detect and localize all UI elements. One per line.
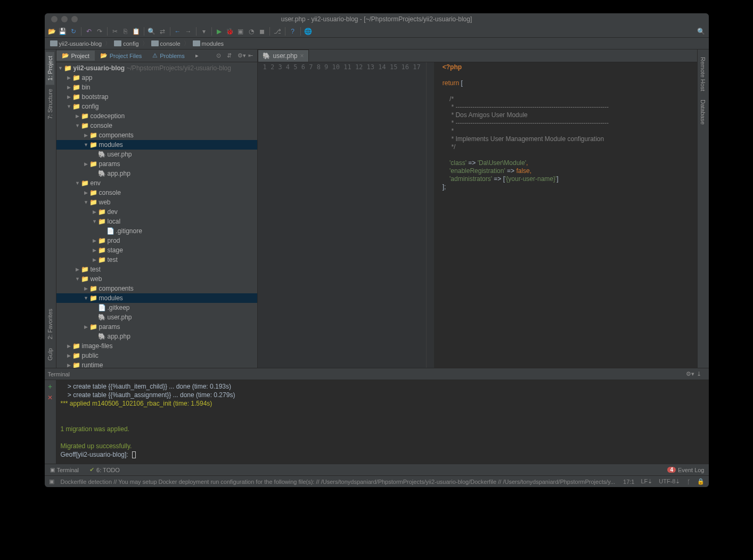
sync-icon[interactable]: ↻	[69, 27, 78, 36]
collapse-icon[interactable]: ⇵	[227, 52, 234, 60]
breadcrumb-config[interactable]: config	[112, 40, 141, 47]
terminal-tab[interactable]: ▣Terminal	[45, 466, 85, 474]
status-encoding[interactable]: UTF-8⇣	[659, 478, 680, 485]
event-log[interactable]: 4Event Log	[663, 466, 708, 474]
rail-favorites[interactable]: 2: Favorites	[46, 304, 54, 343]
traffic-lights	[45, 16, 78, 22]
status-message: Dockerfile detection // You may setup Do…	[61, 479, 617, 485]
config-dropdown[interactable]: ▾	[200, 27, 208, 36]
code-editor[interactable]: 1 2 3 4 5 6 7 8 9 10 11 12 13 14 15 16 1…	[258, 62, 697, 368]
left-rail: 1: Project 7: Structure 2: Favorites Gul…	[45, 50, 56, 368]
status-lock-icon[interactable]: 🔒	[697, 478, 705, 485]
cursor	[132, 451, 136, 458]
problems-tab[interactable]: ⚠ Problems	[147, 51, 190, 61]
main-area: 1: Project 7: Structure 2: Favorites Gul…	[45, 50, 709, 368]
maximize-button[interactable]	[71, 16, 78, 22]
undo-icon[interactable]: ↶	[85, 27, 93, 36]
gear-icon[interactable]: ⚙▾	[686, 370, 693, 378]
vcs-icon[interactable]: ⎇	[273, 27, 282, 36]
hide-terminal-icon[interactable]: ⤓	[697, 370, 704, 378]
editor-area: 🐘 user.php × 1 2 3 4 5 6 7 8 9 10 11 12 …	[258, 50, 697, 368]
close-tab-icon[interactable]: ×	[300, 52, 304, 60]
close-terminal-icon[interactable]: ✕	[47, 394, 53, 401]
breadcrumb-console[interactable]: console	[149, 40, 183, 47]
project-panel: 📂 Project 📂 Project Files ⚠ Problems ▸ ⊙…	[56, 50, 258, 368]
rail-gulp[interactable]: Gulp	[46, 344, 54, 365]
project-tab[interactable]: 📂 Project	[56, 51, 95, 61]
debug-icon[interactable]: 🐞	[226, 27, 234, 36]
breadcrumb: yii2-usuario-blog 〉 config 〉 console 〉 m…	[45, 38, 709, 50]
redo-icon[interactable]: ↷	[95, 27, 104, 36]
rail-structure[interactable]: 7: Structure	[46, 85, 54, 123]
cut-icon[interactable]: ✂	[111, 27, 119, 36]
project-files-tab[interactable]: 📂 Project Files	[95, 51, 148, 61]
breadcrumb-root[interactable]: yii2-usuario-blog	[48, 40, 104, 47]
coverage-icon[interactable]: ▣	[236, 27, 245, 36]
minimize-button[interactable]	[61, 16, 68, 22]
todo-tab[interactable]: ✔6: TODO	[84, 465, 125, 474]
project-tree[interactable]: ▼📁yii2-usuario-blog ~/PhpstormProjects/y…	[56, 62, 257, 368]
forward-icon[interactable]: →	[184, 27, 193, 36]
rail-database[interactable]: Database	[699, 95, 707, 129]
find-icon[interactable]: 🔍	[148, 27, 156, 36]
status-position[interactable]: 17:1	[623, 479, 634, 485]
target-icon[interactable]: ⊙	[216, 52, 224, 60]
save-icon[interactable]: 💾	[59, 27, 67, 36]
stop-icon[interactable]: ◼	[258, 27, 266, 36]
right-rail: Remote Host Database	[697, 50, 709, 368]
add-terminal-icon[interactable]: +	[48, 382, 52, 391]
terminal-panel: Terminal ⚙▾ ⤓ + ✕ > create table {{%auth…	[45, 368, 709, 464]
php-icon: 🐘	[263, 52, 271, 60]
status-line-separator[interactable]: LF⇣	[641, 478, 652, 485]
code-content[interactable]: <?php return [ /* * --------------------…	[439, 62, 697, 368]
more-tabs-arrow[interactable]: ▸	[190, 51, 204, 61]
folder-icon	[193, 40, 200, 46]
titlebar: user.php - yii2-usuario-blog - [~/Phpsto…	[45, 13, 709, 25]
editor-tabs: 🐘 user.php ×	[258, 50, 697, 62]
fold-column[interactable]	[427, 62, 434, 368]
folder-icon	[114, 40, 121, 46]
gear-icon[interactable]: ⚙▾	[238, 52, 245, 60]
help-icon[interactable]: ?	[289, 27, 297, 36]
open-icon[interactable]: 📂	[48, 27, 56, 36]
rail-project[interactable]: 1: Project	[46, 52, 54, 85]
back-icon[interactable]: ←	[174, 27, 182, 36]
rail-remote[interactable]: Remote Host	[699, 53, 707, 95]
folder-icon	[50, 40, 58, 46]
browser-icon[interactable]: 🌐	[304, 27, 313, 36]
main-toolbar: 📂 💾 ↻ ↶ ↷ ✂ ⎘ 📋 🔍 ⇄ ← → ▾ ▶ 🐞 ▣ ◔ ◼ ⎇ ? …	[45, 25, 709, 38]
terminal-output[interactable]: > create table {{%auth_item_child}} ... …	[56, 380, 709, 464]
copy-icon[interactable]: ⎘	[121, 27, 130, 36]
terminal-header: Terminal ⚙▾ ⤓	[45, 368, 709, 380]
project-panel-header: 📂 Project 📂 Project Files ⚠ Problems ▸ ⊙…	[56, 50, 257, 62]
terminal-rail: + ✕	[45, 380, 56, 464]
bottom-bar: ▣Terminal ✔6: TODO 4Event Log	[45, 464, 709, 475]
tree-root: ▼📁yii2-usuario-blog ~/PhpstormProjects/y…	[56, 63, 257, 73]
window-title: user.php - yii2-usuario-blog - [~/Phpsto…	[281, 15, 472, 23]
replace-icon[interactable]: ⇄	[158, 27, 167, 36]
status-toggle-icon[interactable]: ▣	[49, 478, 54, 485]
line-gutter: 1 2 3 4 5 6 7 8 9 10 11 12 13 14 15 16 1…	[258, 62, 427, 368]
folder-icon	[151, 40, 159, 46]
status-git-icon[interactable]: ᚴ	[687, 479, 691, 485]
breadcrumb-modules[interactable]: modules	[191, 40, 226, 47]
run-icon[interactable]: ▶	[215, 27, 224, 36]
status-bar: ▣ Dockerfile detection // You may setup …	[45, 475, 709, 487]
close-button[interactable]	[51, 16, 58, 22]
paste-icon[interactable]: 📋	[132, 27, 141, 36]
search-everywhere-icon[interactable]: 🔍	[697, 27, 706, 36]
hide-icon[interactable]: ⇤	[248, 52, 256, 60]
ide-window: user.php - yii2-usuario-blog - [~/Phpsto…	[45, 13, 709, 487]
profile-icon[interactable]: ◔	[247, 27, 256, 36]
editor-tab-user[interactable]: 🐘 user.php ×	[258, 50, 309, 62]
tree-modules: ▼📁modules	[56, 140, 257, 150]
tree-modules2: ▼📁modules	[56, 293, 257, 303]
